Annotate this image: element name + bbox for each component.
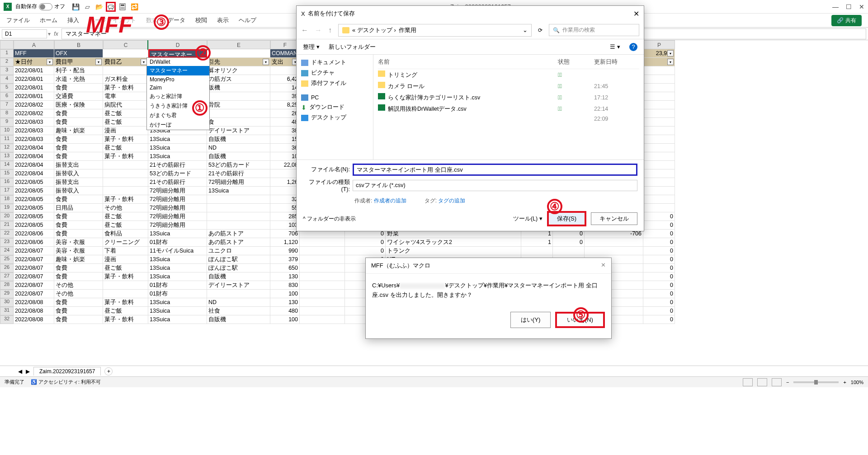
file-list[interactable]: 名前 状態 更新日時 トリミング✓⃝カメラ ロール✓⃝21:45らくな家計簿カテ… bbox=[373, 55, 644, 159]
refresh-icon[interactable]: ⟳ bbox=[538, 27, 542, 33]
macro-dialog-title: MFF（むふふ）マクロ bbox=[371, 262, 430, 270]
col-name[interactable]: 名前 bbox=[378, 58, 558, 66]
close-icon[interactable]: ✕ bbox=[859, 3, 864, 10]
sheet-nav-prev[interactable]: ◀ bbox=[18, 368, 22, 375]
column-d-dropdown[interactable]: DrWalletマスターマネーMoneyProZaimあっと家計簿うきうき家計簿… bbox=[146, 57, 210, 130]
quick-access-toolbar: 💾 ▱ 📂 🔁 bbox=[71, 2, 139, 12]
mff-overlay-text: MFF bbox=[86, 14, 132, 36]
nav-back-icon[interactable]: ← bbox=[301, 26, 308, 34]
name-box[interactable]: D1 bbox=[2, 29, 47, 38]
view-normal-icon[interactable] bbox=[743, 378, 753, 386]
svg-point-6 bbox=[122, 8, 123, 9]
zoom-percent[interactable]: 100% bbox=[851, 380, 863, 385]
dropdown-option[interactable]: Zaim bbox=[147, 84, 209, 92]
yes-button[interactable]: はい(Y) bbox=[510, 312, 551, 328]
annotation-5: ⑤ bbox=[573, 307, 589, 323]
tab-help[interactable]: ヘルプ bbox=[239, 16, 256, 24]
organize-button[interactable]: 整理 ▾ bbox=[303, 43, 320, 51]
file-row[interactable]: らくな家計簿カテゴリーリスト.csv✓⃝17:12 bbox=[378, 92, 639, 103]
filename-input[interactable] bbox=[353, 164, 637, 176]
zoom-in-icon[interactable]: + bbox=[843, 380, 846, 385]
excel-icon: X bbox=[4, 3, 12, 11]
minimize-icon[interactable]: — bbox=[832, 3, 839, 10]
tab-file[interactable]: ファイル bbox=[6, 16, 30, 24]
open-icon[interactable]: 📂 bbox=[94, 2, 104, 12]
tab-data[interactable]: データ bbox=[168, 16, 185, 24]
view-page-icon[interactable] bbox=[757, 378, 767, 386]
new-folder-button[interactable]: 新しいフォルダー bbox=[329, 43, 376, 51]
tab-home[interactable]: ホーム bbox=[40, 16, 57, 24]
refresh-icon[interactable]: 🔁 bbox=[129, 2, 139, 12]
dialog-title: 名前を付けて保存 bbox=[308, 9, 355, 18]
sheet-nav-next[interactable]: ▶ bbox=[26, 368, 30, 375]
svg-point-4 bbox=[123, 7, 124, 8]
annotation-3: ③ bbox=[154, 14, 169, 30]
sheet-tabs: ◀ ▶ Zaim.20220923191657 + bbox=[0, 366, 868, 376]
hide-folders-button[interactable]: ^ フォルダーの非表示 bbox=[303, 215, 356, 223]
breadcrumb[interactable]: « デスクトップ › 作業用 ⌄ bbox=[338, 24, 532, 37]
folder-tree[interactable]: ドキュメント ピクチャ 添付ファイル PC ⬇ダウンロード デスクトップ bbox=[297, 55, 373, 159]
add-sheet-button[interactable]: + bbox=[104, 367, 113, 375]
help-icon[interactable]: ? bbox=[629, 43, 637, 51]
status-ready: 準備完了 bbox=[5, 379, 24, 385]
svg-point-5 bbox=[121, 8, 122, 9]
file-row[interactable]: 22:09 bbox=[378, 114, 639, 123]
dropdown-option[interactable]: マスターマネー bbox=[147, 66, 209, 75]
macro-dialog: MFF（むふふ）マクロ ✕ C:¥Users¥¥デスクトップ¥作業用¥マスターマ… bbox=[365, 258, 612, 339]
dropdown-option[interactable]: MoneyPro bbox=[147, 75, 209, 84]
dialog-close-icon[interactable]: ✕ bbox=[633, 9, 639, 18]
add-author-link[interactable]: 作成者の追加 bbox=[374, 197, 406, 204]
sheet-tab-1[interactable]: Zaim.20220923191657 bbox=[33, 367, 101, 375]
tree-downloads[interactable]: ⬇ダウンロード bbox=[300, 102, 369, 113]
save-icon[interactable]: 💾 bbox=[71, 2, 80, 12]
folder-icon bbox=[342, 27, 349, 33]
filetype-select[interactable]: csvファイル (*.csv) bbox=[353, 180, 637, 191]
piggy-icon[interactable] bbox=[106, 2, 116, 12]
tree-documents[interactable]: ドキュメント bbox=[300, 57, 369, 68]
cancel-button[interactable]: キャンセル bbox=[591, 212, 637, 225]
file-row[interactable]: カメラ ロール✓⃝21:45 bbox=[378, 80, 639, 92]
svg-point-2 bbox=[121, 7, 122, 8]
status-accessibility: ♿ アクセシビリティ: 利用不可 bbox=[31, 379, 101, 385]
col-status[interactable]: 状態 bbox=[558, 58, 594, 66]
col-date[interactable]: 更新日時 bbox=[594, 58, 639, 66]
calc-icon[interactable] bbox=[118, 2, 127, 12]
tree-desktop[interactable]: デスクトップ bbox=[300, 113, 369, 123]
tree-attachments[interactable]: 添付ファイル bbox=[300, 78, 369, 89]
filetype-label: ファイルの種類(T): bbox=[303, 178, 353, 192]
file-row[interactable]: 解説用抜粋DrWalletデータ.csv✓⃝22:14 bbox=[378, 103, 639, 114]
view-mode-icon[interactable]: ☰ ▾ bbox=[610, 43, 620, 50]
autosave-label: 自動保存 bbox=[15, 3, 37, 10]
share-button[interactable]: 🔗 共有 bbox=[831, 15, 862, 26]
maximize-icon[interactable]: ☐ bbox=[846, 3, 852, 10]
nav-forward-icon[interactable]: → bbox=[315, 26, 322, 34]
tab-view[interactable]: 表示 bbox=[217, 16, 229, 24]
dropdown-option[interactable]: かけーぼ bbox=[147, 120, 209, 130]
filename-label: ファイル名(N): bbox=[303, 166, 353, 174]
tab-review[interactable]: 校閲 bbox=[195, 16, 207, 24]
file-row[interactable]: トリミング✓⃝ bbox=[378, 69, 639, 80]
toggle-switch[interactable] bbox=[39, 3, 52, 10]
excel-icon: X bbox=[301, 10, 305, 17]
tools-button[interactable]: ツール(L) ▾ bbox=[513, 215, 542, 223]
fx-icon[interactable]: fx bbox=[52, 31, 61, 37]
new-icon[interactable]: ▱ bbox=[82, 2, 92, 12]
dropdown-option[interactable]: あっと家計簿 bbox=[147, 92, 209, 101]
tree-pictures[interactable]: ピクチャ bbox=[300, 68, 369, 78]
annotation-4: ④ bbox=[547, 199, 562, 214]
annotation-1: ① bbox=[192, 100, 208, 116]
window-controls: — ☐ ✕ bbox=[832, 3, 864, 10]
view-break-icon[interactable] bbox=[772, 378, 782, 386]
annotation-2: ② bbox=[195, 45, 211, 61]
zoom-slider[interactable] bbox=[793, 381, 839, 383]
tab-insert[interactable]: 挿入 bbox=[67, 16, 79, 24]
tree-pc[interactable]: PC bbox=[300, 93, 369, 102]
nav-up-icon[interactable]: ↑ bbox=[328, 26, 332, 34]
macro-close-icon[interactable]: ✕ bbox=[601, 262, 606, 270]
search-input[interactable]: 🔍 作業用の検索 bbox=[549, 24, 639, 36]
zoom-out-icon[interactable]: − bbox=[786, 380, 789, 385]
svg-point-7 bbox=[123, 8, 124, 9]
add-tag-link[interactable]: タグの追加 bbox=[438, 197, 465, 204]
statusbar: 準備完了 ♿ アクセシビリティ: 利用不可 − + 100% bbox=[0, 376, 868, 387]
autosave-toggle[interactable]: 自動保存 オフ bbox=[15, 3, 65, 10]
